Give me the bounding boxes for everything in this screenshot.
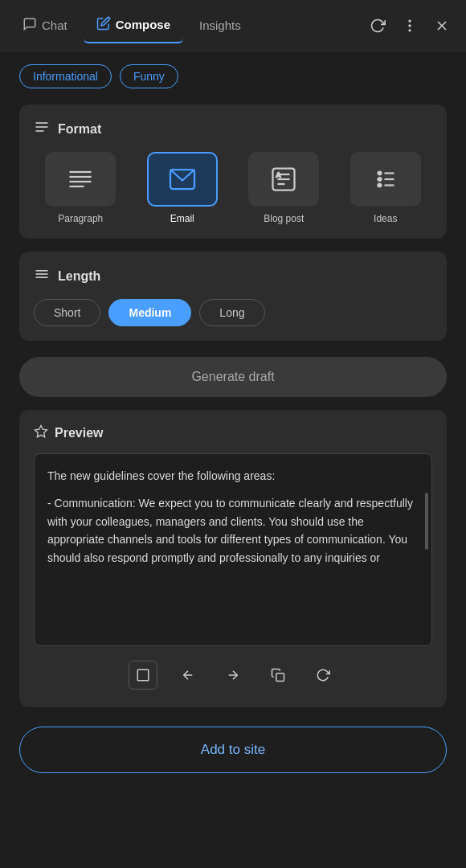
main-content: Informational Funny Format	[0, 51, 466, 792]
preview-label: Preview	[55, 426, 103, 440]
length-section-icon	[34, 266, 50, 286]
tone-row: Informational Funny	[19, 51, 447, 92]
svg-point-26	[378, 184, 381, 187]
top-bar: Chat Compose Insights	[0, 0, 466, 51]
format-ideas[interactable]: Ideas	[339, 152, 433, 224]
format-section-label: Format	[58, 122, 101, 137]
preview-section: Preview The new guidelines cover the fol…	[19, 410, 447, 707]
format-blogpost-label: Blog post	[264, 213, 304, 224]
format-email[interactable]: Email	[136, 152, 230, 224]
format-blogpost-box: A	[248, 152, 319, 207]
tab-compose-label: Compose	[116, 18, 170, 31]
top-bar-actions	[363, 11, 456, 40]
preview-text-line-1: - Communication: We expect you to commun…	[47, 494, 419, 567]
length-header: Length	[34, 266, 432, 286]
compose-icon	[96, 16, 111, 34]
svg-point-24	[378, 172, 381, 175]
close-button[interactable]	[427, 11, 456, 40]
format-ideas-box	[350, 152, 421, 207]
preview-actions	[34, 657, 432, 693]
length-buttons: Short Medium Long	[34, 299, 432, 326]
preview-copy-button[interactable]	[264, 661, 292, 690]
tab-insights[interactable]: Insights	[186, 8, 254, 43]
svg-text:A: A	[276, 171, 280, 178]
length-section: Length Short Medium Long	[19, 252, 447, 341]
tone-informational[interactable]: Informational	[19, 64, 112, 88]
chat-icon	[22, 17, 37, 35]
format-email-box	[147, 152, 218, 207]
tab-compose[interactable]: Compose	[84, 8, 183, 43]
add-to-site-button[interactable]: Add to site	[19, 727, 447, 773]
format-ideas-label: Ideas	[374, 213, 397, 224]
format-paragraph-box	[45, 152, 116, 207]
format-blogpost[interactable]: A Blog post	[237, 152, 331, 224]
length-long[interactable]: Long	[199, 299, 264, 326]
format-paragraph-label: Paragraph	[58, 213, 103, 224]
format-paragraph[interactable]: Paragraph	[34, 152, 128, 224]
preview-header: Preview	[34, 424, 432, 442]
preview-text-line-0: The new guidelines cover the following a…	[47, 467, 419, 485]
preview-back-button[interactable]	[174, 661, 202, 690]
preview-icon	[34, 424, 48, 442]
tab-insights-label: Insights	[199, 18, 241, 32]
preview-forward-button[interactable]	[219, 661, 247, 690]
tone-funny[interactable]: Funny	[120, 64, 178, 88]
svg-rect-31	[137, 669, 149, 681]
svg-point-25	[378, 178, 381, 181]
format-grid: Paragraph Email	[34, 152, 432, 224]
length-medium[interactable]: Medium	[108, 299, 191, 326]
format-section: Format Paragraph	[19, 104, 447, 239]
preview-square-button[interactable]	[129, 661, 157, 690]
refresh-button[interactable]	[363, 11, 392, 40]
length-section-label: Length	[58, 269, 100, 284]
svg-point-2	[409, 30, 411, 31]
svg-rect-34	[276, 674, 284, 682]
format-header: Format	[34, 119, 432, 139]
generate-draft-button[interactable]: Generate draft	[19, 357, 447, 397]
tab-chat-label: Chat	[42, 18, 67, 32]
more-button[interactable]	[395, 11, 424, 40]
tab-chat[interactable]: Chat	[10, 8, 80, 43]
format-email-label: Email	[170, 213, 194, 224]
format-section-icon	[34, 119, 50, 139]
length-short[interactable]: Short	[34, 299, 100, 326]
preview-text-box: The new guidelines cover the following a…	[34, 453, 432, 646]
svg-marker-30	[35, 426, 47, 437]
svg-point-1	[409, 25, 411, 27]
svg-point-0	[409, 20, 411, 22]
preview-refresh-button[interactable]	[309, 661, 337, 690]
